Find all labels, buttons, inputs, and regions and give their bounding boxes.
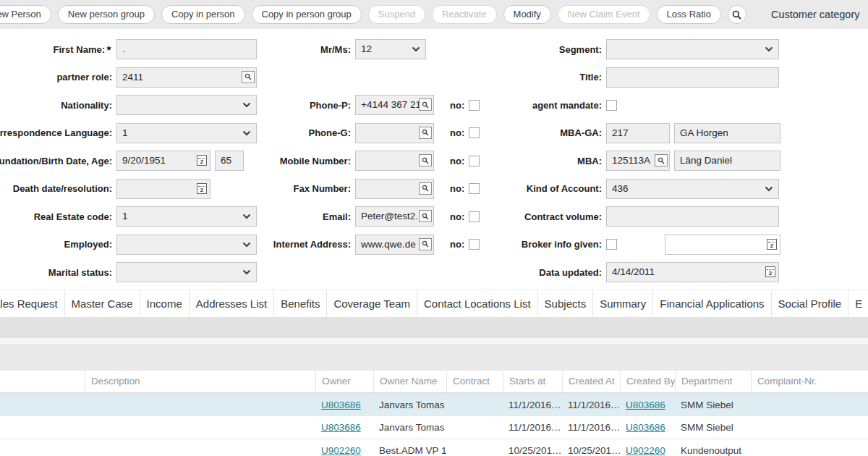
kind-of-account-select[interactable]: 436 [606, 179, 779, 199]
chevron-down-icon[interactable] [412, 46, 420, 52]
mba-name-input[interactable]: Läng Daniel [674, 151, 780, 171]
loss-ratio-button[interactable]: Loss Ratio [657, 5, 721, 24]
column-header-contract[interactable]: Contract [446, 371, 503, 392]
mr-ms-select[interactable]: 12 [355, 39, 426, 59]
cell-description [85, 394, 315, 415]
cell-created-by: U803686 [620, 394, 675, 415]
tab-summary[interactable]: Summary [593, 290, 653, 318]
email-input[interactable]: Peter@test2. [355, 206, 434, 227]
column-header-blank[interactable] [0, 371, 85, 392]
column-header-owner-name[interactable]: Owner Name [373, 371, 446, 392]
mba-code-input[interactable]: 125113A [606, 151, 670, 171]
broker-info-checkbox[interactable] [606, 239, 617, 250]
field-phone-p: Phone-P: +4144 367 21 no: [221, 95, 510, 115]
form-column-right: Segment: Title: agent mandate: MBA-GA: 2… [472, 29, 868, 290]
tab-addresses-list[interactable]: Addresses List [190, 290, 274, 318]
tab-coverage-team[interactable]: Coverage Team [327, 290, 417, 318]
table-header-row: Description Owner Owner Name Contract St… [0, 371, 868, 393]
owner-link[interactable]: U902260 [321, 445, 361, 456]
death-date-input[interactable] [116, 179, 210, 199]
tab-income[interactable]: Income [140, 290, 190, 318]
cell-department: SMM Siebel [675, 394, 751, 415]
calendar-icon[interactable] [197, 183, 207, 194]
column-header-description[interactable]: Description [85, 371, 315, 392]
fax-number-input[interactable] [355, 179, 434, 199]
search-button[interactable] [728, 5, 746, 24]
copy-in-person-button[interactable]: Copy in person [161, 5, 244, 24]
table-row[interactable]: U902260 Best.ADM VP 1 10/25/201… 10/25/2… [0, 439, 868, 456]
lookup-icon[interactable] [419, 127, 432, 139]
cell-contract [446, 439, 503, 456]
cell-department: SMM Siebel [675, 416, 751, 439]
created-by-link[interactable]: U902260 [626, 445, 665, 456]
gray-band-upper [0, 317, 868, 338]
birth-date-input[interactable]: 9/20/1951 [116, 151, 210, 171]
phone-g-input[interactable] [355, 123, 434, 143]
gray-band-lower [0, 344, 868, 371]
cell-complaint-nr [751, 439, 868, 456]
mba-ga-name-input[interactable]: GA Horgen [674, 123, 780, 143]
chevron-down-icon[interactable] [765, 186, 773, 192]
copy-in-person-group-button[interactable]: Copy in person group [252, 5, 362, 24]
field-mba-ga: MBA-GA: 217 GA Horgen [472, 123, 868, 143]
title-input[interactable] [606, 67, 779, 88]
no-label: no: [450, 156, 464, 166]
reactivate-button: Reactivate [432, 5, 496, 24]
marital-status-select[interactable] [116, 262, 257, 282]
table-row[interactable]: U803686 Janvars Tomas 11/1/2016… 11/1/20… [0, 393, 868, 416]
data-updated-input[interactable]: 4/14/2011 [606, 262, 779, 282]
customer-category-label: Customer category [771, 9, 860, 20]
mobile-number-input[interactable] [355, 151, 434, 171]
tab-benefits[interactable]: Benefits [274, 290, 327, 318]
view-tabs: Sales Request Master Case Income Address… [0, 290, 868, 318]
calendar-icon[interactable] [767, 239, 777, 250]
tab-social-profile[interactable]: Social Profile [772, 290, 849, 318]
field-marital-status: Marital status: [0, 262, 304, 282]
column-header-created-by[interactable]: Created By [620, 371, 675, 392]
segment-select[interactable] [606, 39, 779, 59]
field-mr-ms: Mr/Ms: 12 [221, 39, 510, 59]
lookup-icon[interactable] [419, 98, 432, 111]
person-detail-form: First Name:★ . partner role: 2411 Nation… [0, 29, 868, 290]
broker-info-date-input[interactable] [665, 235, 780, 255]
lookup-icon[interactable] [419, 182, 432, 195]
cell-contract [446, 394, 503, 415]
calendar-icon[interactable] [765, 266, 775, 277]
chevron-down-icon[interactable] [242, 269, 251, 275]
tab-sales-request[interactable]: Sales Request [0, 290, 65, 318]
tab-partial[interactable]: E [848, 290, 868, 318]
phone-p-input[interactable]: +4144 367 21 [355, 95, 434, 115]
column-header-created-at[interactable]: Created At [562, 371, 620, 392]
created-by-link[interactable]: U803686 [626, 400, 665, 410]
created-by-link[interactable]: U803686 [626, 422, 665, 433]
owner-link[interactable]: U803686 [321, 400, 361, 410]
modify-button[interactable]: Modify [503, 5, 551, 24]
new-person-button[interactable]: New Person [0, 5, 51, 24]
lookup-icon[interactable] [419, 210, 432, 222]
chevron-down-icon[interactable] [765, 46, 773, 52]
mba-ga-code-input[interactable]: 217 [606, 123, 670, 143]
table-row[interactable]: U803686 Janvars Tomas 11/1/2016… 11/1/20… [0, 416, 868, 439]
calendar-icon[interactable] [197, 155, 207, 166]
lookup-icon[interactable] [419, 154, 432, 166]
column-header-starts-at[interactable]: Starts at [503, 371, 562, 392]
column-header-complaint-nr[interactable]: Complaint-Nr. [751, 371, 868, 392]
no-label: no: [450, 211, 464, 222]
tab-contact-locations-list[interactable]: Contact Locations List [417, 290, 538, 318]
new-person-group-button[interactable]: New person group [58, 5, 155, 24]
tab-master-case[interactable]: Master Case [65, 290, 140, 318]
agent-mandate-checkbox[interactable] [606, 100, 617, 111]
tab-financial-applications[interactable]: Financial Applications [653, 290, 771, 318]
cell-description [85, 439, 315, 456]
cell-owner: U902260 [315, 439, 373, 456]
contract-volume-input[interactable] [606, 206, 779, 227]
column-header-owner[interactable]: Owner [315, 371, 373, 392]
no-label: no: [450, 183, 464, 194]
owner-link[interactable]: U803686 [321, 422, 361, 433]
internet-address-input[interactable]: www.qwe.de [355, 235, 434, 255]
lookup-icon[interactable] [655, 154, 668, 166]
column-header-department[interactable]: Department [675, 371, 751, 392]
lookup-icon[interactable] [419, 238, 432, 250]
tab-subjects[interactable]: Subjects [538, 290, 594, 318]
cell-created-by: U902260 [620, 439, 675, 456]
